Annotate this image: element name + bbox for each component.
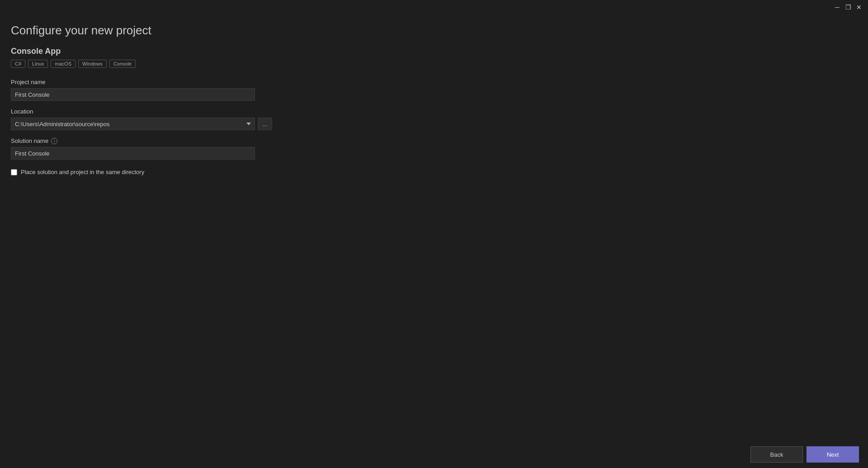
title-bar-controls: ─ ❐ ✕ xyxy=(834,4,863,11)
project-name-input[interactable] xyxy=(11,88,255,101)
project-name-group: Project name xyxy=(11,79,857,101)
tag-csharp: C# xyxy=(11,60,25,68)
window: ─ ❐ ✕ Configure your new project Console… xyxy=(0,0,868,468)
footer: Back Next xyxy=(0,441,868,468)
project-name-label: Project name xyxy=(11,79,857,85)
back-button[interactable]: Back xyxy=(750,446,803,463)
page-title: Configure your new project xyxy=(11,24,857,38)
tag-console: Console xyxy=(109,60,136,68)
location-row: C:\Users\Administrator\source\repos ... xyxy=(11,118,857,130)
next-button[interactable]: Next xyxy=(807,446,859,463)
restore-button[interactable]: ❐ xyxy=(844,4,852,11)
title-bar: ─ ❐ ✕ xyxy=(0,0,868,14)
close-button[interactable]: ✕ xyxy=(855,4,863,11)
checkbox-row: Place solution and project in the same d… xyxy=(11,169,857,175)
app-title: Console App xyxy=(11,47,857,56)
main-content: Configure your new project Console App C… xyxy=(0,14,868,468)
minimize-button[interactable]: ─ xyxy=(834,4,841,11)
tag-macos: macOS xyxy=(51,60,75,68)
tag-linux: Linux xyxy=(28,60,48,68)
browse-button[interactable]: ... xyxy=(258,118,272,130)
solution-name-input[interactable] xyxy=(11,147,255,160)
tag-windows: Windows xyxy=(78,60,107,68)
location-select[interactable]: C:\Users\Administrator\source\repos xyxy=(11,118,255,130)
same-directory-checkbox[interactable] xyxy=(11,169,17,175)
solution-name-label-row: Solution name i xyxy=(11,137,857,144)
location-group: Location C:\Users\Administrator\source\r… xyxy=(11,108,857,130)
solution-name-label: Solution name xyxy=(11,137,48,144)
solution-name-group: Solution name i xyxy=(11,137,857,160)
tags-container: C# Linux macOS Windows Console xyxy=(11,60,857,68)
info-icon: i xyxy=(51,138,57,144)
location-label: Location xyxy=(11,108,857,115)
same-directory-label[interactable]: Place solution and project in the same d… xyxy=(21,169,144,175)
